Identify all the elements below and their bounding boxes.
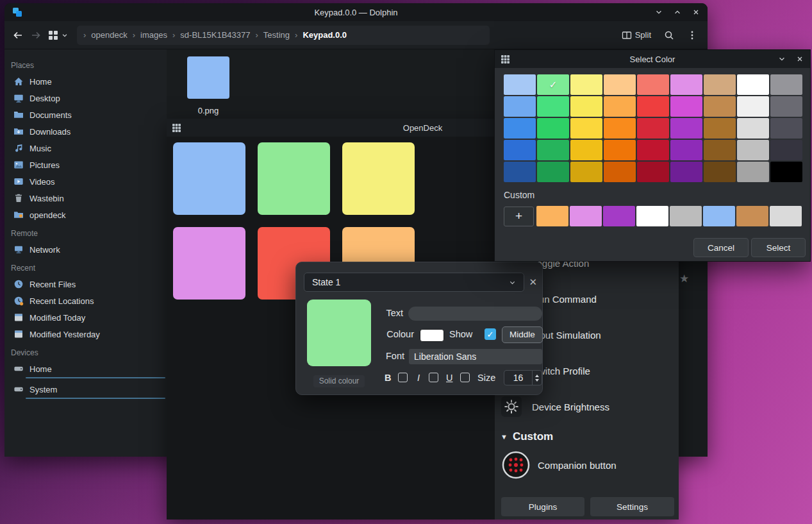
sidebar-item-wastebin[interactable]: Wastebin: [4, 190, 167, 207]
color-swatch[interactable]: [704, 74, 736, 95]
color-swatch[interactable]: [504, 74, 536, 95]
color-swatch[interactable]: [637, 118, 669, 139]
sidebar-item-home[interactable]: Home: [4, 73, 167, 90]
color-swatch[interactable]: [537, 118, 569, 139]
size-spinner[interactable]: 16: [504, 370, 542, 385]
custom-color-swatch[interactable]: [603, 206, 635, 226]
breadcrumb-item[interactable]: images: [138, 30, 170, 40]
file-item[interactable]: 0.png: [170, 56, 247, 115]
color-swatch[interactable]: [670, 140, 702, 160]
back-button[interactable]: [12, 30, 24, 40]
color-swatch[interactable]: [737, 162, 769, 182]
sidebar-item-opendeck[interactable]: opendeck: [4, 207, 167, 223]
custom-color-swatch[interactable]: [636, 206, 668, 226]
minimize-button[interactable]: [778, 55, 786, 63]
custom-color-swatch[interactable]: [536, 206, 568, 226]
color-swatch[interactable]: [604, 74, 636, 95]
color-swatch[interactable]: [737, 74, 769, 95]
color-swatch[interactable]: [570, 162, 602, 182]
italic-checkbox[interactable]: [429, 373, 438, 382]
close-button[interactable]: [796, 55, 804, 63]
action-item-brightness[interactable]: Device Brightness: [501, 396, 609, 417]
bold-checkbox[interactable]: [398, 373, 408, 382]
view-mode-button[interactable]: [48, 30, 68, 40]
breadcrumb-item[interactable]: Keypad.0.0: [300, 30, 349, 40]
color-swatch[interactable]: [537, 162, 569, 182]
deck-key[interactable]: [173, 227, 245, 300]
sidebar-item-home[interactable]: Home: [4, 360, 167, 377]
color-swatch[interactable]: [670, 118, 702, 139]
middle-button[interactable]: Middle: [502, 326, 543, 343]
color-swatch[interactable]: [570, 140, 602, 160]
sidebar-item-videos[interactable]: Videos: [4, 173, 167, 190]
state-dialog-close-icon[interactable]: ✕: [529, 276, 537, 288]
show-checkbox[interactable]: [485, 328, 496, 340]
color-swatch[interactable]: [570, 74, 602, 95]
deck-key[interactable]: [173, 142, 245, 215]
spin-up-icon[interactable]: [535, 375, 539, 377]
color-swatch[interactable]: [570, 118, 602, 139]
font-field[interactable]: Liberation Sans: [409, 349, 542, 364]
color-swatch[interactable]: [670, 162, 702, 182]
custom-color-swatch[interactable]: [770, 206, 802, 226]
custom-color-swatch[interactable]: [670, 206, 702, 226]
sidebar-item-network[interactable]: Network: [4, 241, 167, 258]
spin-down-icon[interactable]: [535, 379, 539, 382]
sidebar-item-modified-yesterday[interactable]: Modified Yesterday: [4, 326, 167, 342]
plugins-button[interactable]: Plugins: [501, 497, 584, 516]
deck-key[interactable]: [342, 142, 415, 215]
custom-color-swatch[interactable]: [736, 206, 768, 226]
color-dialog-titlebar[interactable]: Select Color: [495, 50, 810, 68]
color-swatch[interactable]: [770, 118, 802, 139]
color-swatch[interactable]: [770, 140, 802, 160]
color-swatch[interactable]: [737, 96, 769, 117]
forward-button[interactable]: [30, 30, 42, 40]
colour-swatch[interactable]: [420, 329, 444, 342]
sidebar-item-documents[interactable]: Documents: [4, 106, 167, 123]
color-swatch[interactable]: [770, 74, 802, 95]
minimize-button[interactable]: [655, 8, 663, 16]
sidebar-item-pictures[interactable]: Pictures: [4, 156, 167, 173]
breadcrumb-item[interactable]: Testing: [261, 30, 292, 40]
color-swatch[interactable]: [704, 96, 736, 117]
deck-key[interactable]: [258, 142, 330, 215]
color-swatch[interactable]: [604, 96, 636, 117]
color-swatch[interactable]: [604, 118, 636, 139]
split-button[interactable]: Split: [622, 30, 651, 40]
add-custom-color-button[interactable]: +: [504, 207, 534, 226]
select-button[interactable]: Select: [751, 238, 806, 257]
color-swatch[interactable]: [737, 140, 769, 160]
color-swatch[interactable]: [504, 96, 536, 117]
color-swatch[interactable]: [770, 96, 802, 117]
underline-checkbox[interactable]: [460, 373, 470, 382]
search-button[interactable]: [664, 30, 674, 40]
color-swatch[interactable]: [504, 118, 536, 139]
color-swatch[interactable]: [537, 96, 569, 117]
sidebar-item-modified-today[interactable]: Modified Today: [4, 309, 167, 326]
sidebar-item-downloads[interactable]: Downloads: [4, 123, 167, 140]
sidebar-item-music[interactable]: Music: [4, 140, 167, 156]
color-swatch[interactable]: [504, 140, 536, 160]
custom-color-swatch[interactable]: [570, 206, 602, 226]
color-swatch[interactable]: [770, 162, 802, 182]
spinner-arrows[interactable]: [532, 371, 542, 385]
color-swatch[interactable]: [704, 162, 736, 182]
color-swatch[interactable]: [604, 140, 636, 160]
maximize-button[interactable]: [674, 8, 681, 16]
color-swatch[interactable]: [504, 162, 536, 182]
menu-button[interactable]: [687, 30, 697, 40]
breadcrumb-item[interactable]: opendeck: [88, 30, 129, 40]
color-swatch[interactable]: [704, 118, 736, 139]
custom-section-header[interactable]: ▼ Custom: [501, 430, 553, 443]
dolphin-titlebar[interactable]: Keypad.0.0 — Dolphin: [4, 3, 708, 21]
color-swatch[interactable]: [737, 118, 769, 139]
color-swatch[interactable]: [637, 96, 669, 117]
cancel-button[interactable]: Cancel: [693, 238, 749, 257]
settings-button[interactable]: Settings: [590, 497, 674, 516]
color-swatch[interactable]: [670, 96, 702, 117]
text-input[interactable]: [408, 307, 542, 321]
color-swatch[interactable]: [670, 74, 702, 95]
color-swatch[interactable]: [570, 96, 602, 117]
color-swatch[interactable]: [637, 140, 669, 160]
color-swatch[interactable]: [637, 74, 669, 95]
